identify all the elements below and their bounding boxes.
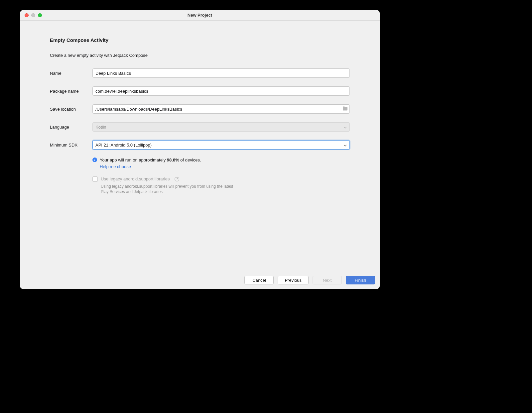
save-location-row: Save location <box>50 104 350 114</box>
previous-button[interactable]: Previous <box>278 276 309 284</box>
new-project-dialog: New Project Empty Compose Activity Creat… <box>20 10 380 289</box>
legacy-support-label: Use legacy android.support libraries <box>101 176 170 181</box>
maximize-window-button[interactable] <box>38 13 42 17</box>
page-title: Empty Compose Activity <box>50 37 350 43</box>
next-button: Next <box>313 276 342 284</box>
name-label: Name <box>50 71 92 76</box>
save-location-input[interactable] <box>92 104 350 114</box>
name-input[interactable] <box>92 68 350 78</box>
dialog-footer: Cancel Previous Next Finish <box>20 271 380 289</box>
minimum-sdk-select[interactable]: API 21: Android 5.0 (Lollipop) <box>92 140 350 150</box>
finish-button[interactable]: Finish <box>346 276 375 284</box>
minimum-sdk-label: Minimum SDK <box>50 143 92 148</box>
coverage-pct: 98.8% <box>167 157 179 162</box>
legacy-support-checkbox <box>92 176 98 182</box>
window-title: New Project <box>20 13 380 18</box>
cancel-button[interactable]: Cancel <box>244 276 274 284</box>
minimize-window-button <box>31 13 35 17</box>
minimum-sdk-row: Minimum SDK API 21: Android 5.0 (Lollipo… <box>50 140 350 150</box>
titlebar: New Project <box>20 10 380 21</box>
page-subtitle: Create a new empty activity with Jetpack… <box>50 53 350 58</box>
minimum-sdk-value: API 21: Android 5.0 (Lollipop) <box>95 143 152 148</box>
close-window-button[interactable] <box>25 13 29 17</box>
dialog-content: Empty Compose Activity Create a new empt… <box>20 21 380 271</box>
language-value: Kotlin <box>95 125 106 130</box>
sdk-coverage-text: i Your app will run on approximately 98.… <box>92 157 350 163</box>
chevron-down-icon <box>343 125 347 130</box>
save-location-label: Save location <box>50 107 92 112</box>
language-label: Language <box>50 125 92 130</box>
info-icon: i <box>92 157 97 162</box>
package-name-row: Package name <box>50 86 350 96</box>
language-select: Kotlin <box>92 122 350 132</box>
package-name-input[interactable] <box>92 86 350 96</box>
sdk-info-block: i Your app will run on approximately 98.… <box>92 157 350 169</box>
help-me-choose-link[interactable]: Help me choose <box>100 164 131 169</box>
legacy-support-note: Using legacy android.support libraries w… <box>101 184 240 195</box>
chevron-down-icon <box>343 143 347 148</box>
legacy-block: Use legacy android.support libraries ? U… <box>92 176 350 195</box>
package-name-label: Package name <box>50 89 92 94</box>
language-row: Language Kotlin <box>50 122 350 132</box>
help-icon[interactable]: ? <box>175 177 179 181</box>
name-row: Name <box>50 68 350 78</box>
window-controls <box>25 13 42 17</box>
